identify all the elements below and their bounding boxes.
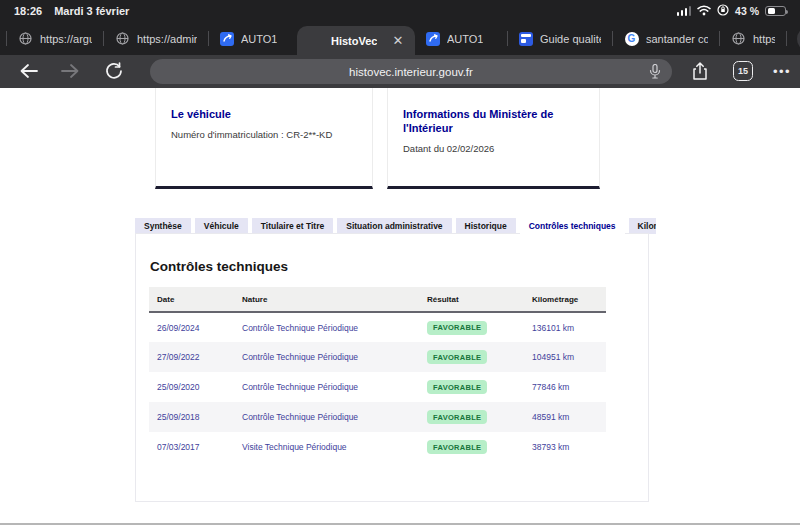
url-text: histovec.interieur.gouv.fr — [349, 66, 473, 78]
google-icon: G — [625, 32, 639, 46]
status-badge: FAVORABLE — [427, 410, 487, 424]
auto1-icon — [426, 32, 440, 46]
cell-date: 25/09/2020 — [149, 372, 234, 402]
cell-km: 38793 km — [524, 432, 606, 462]
cell-km: 48591 km — [524, 402, 606, 432]
table-header-row: Date Nature Résultat Kilométrage — [149, 287, 606, 312]
status-badge: FAVORABLE — [427, 440, 487, 454]
tab-title: https: — [753, 33, 775, 45]
controles-techniques-panel: Contrôles techniques Date Nature Résulta… — [135, 233, 649, 502]
table-row: 25/09/2020 Contrôle Technique Périodique… — [149, 372, 606, 402]
cell-date: 07/03/2017 — [149, 432, 234, 462]
browser-toolbar: histovec.interieur.gouv.fr 15 ••• — [0, 55, 800, 88]
tab-historique[interactable]: Historique — [456, 218, 516, 234]
tab-controles-techniques[interactable]: Contrôles techniques — [520, 218, 625, 234]
table-row: 07/03/2017 Visite Technique Périodique F… — [149, 432, 606, 462]
inspections-table: Date Nature Résultat Kilométrage 26/09/2… — [149, 287, 606, 462]
date-label: Mardi 3 février — [54, 5, 129, 17]
screen: 18:26 Mardi 3 février 43 % https://argu — [0, 0, 800, 525]
guide-icon — [519, 32, 533, 46]
tab-title: https://admin — [137, 33, 197, 45]
table-row: 26/09/2024 Contrôle Technique Périodique… — [149, 312, 606, 342]
ministry-card-title: Informations du Ministère de l'Intérieur — [403, 107, 584, 135]
reload-button[interactable] — [102, 59, 126, 83]
forward-button[interactable] — [58, 59, 82, 83]
browser-tab-auto1[interactable]: AUTO1 — [209, 22, 297, 55]
battery-icon — [765, 6, 786, 17]
auto1-icon — [220, 32, 234, 46]
cell-date: 26/09/2024 — [149, 312, 234, 342]
section-title: Contrôles techniques — [150, 259, 648, 274]
table-row: 27/09/2022 Contrôle Technique Périodique… — [149, 342, 606, 372]
tab-title: AUTO1 — [447, 33, 483, 45]
tab-synthese[interactable]: Synthèse — [135, 218, 191, 234]
vehicle-card-title: Le véhicule — [171, 107, 357, 121]
tab-title: Guide qualité — [540, 33, 601, 45]
cell-km: 136101 km — [524, 312, 606, 342]
browser-tab-guide-qualite[interactable]: Guide qualité — [508, 22, 612, 55]
cell-nature: Contrôle Technique Périodique — [234, 372, 419, 402]
address-bar[interactable]: histovec.interieur.gouv.fr — [150, 59, 672, 84]
cell-nature: Contrôle Technique Périodique — [234, 342, 419, 372]
status-badge: FAVORABLE — [427, 380, 487, 394]
globe-icon — [18, 31, 33, 46]
battery-percent-label: 43 % — [735, 5, 759, 17]
france-flag-icon — [309, 35, 324, 46]
globe-icon — [731, 31, 746, 46]
cell-km: 104951 km — [524, 342, 606, 372]
cell-nature: Visite Technique Périodique — [234, 432, 419, 462]
globe-icon — [115, 31, 130, 46]
tab-title: AUTO1 — [241, 33, 277, 45]
tab-titulaire-et-titre[interactable]: Titulaire et Titre — [252, 218, 333, 234]
tab-title: https://argu — [40, 33, 92, 45]
tab-divider — [786, 31, 787, 46]
rotation-lock-icon — [717, 2, 729, 20]
browser-tab-https[interactable]: https: — [720, 22, 786, 55]
browser-tab-santander[interactable]: G santander co — [613, 22, 719, 55]
browser-tab-admin[interactable]: https://admin — [104, 22, 208, 55]
cellular-signal-icon — [677, 6, 692, 16]
status-badge: FAVORABLE — [427, 321, 487, 335]
col-header-nature: Nature — [234, 287, 419, 312]
more-options-button[interactable]: ••• — [770, 59, 794, 83]
tab-kilometrage[interactable]: Kilométrage — [629, 218, 656, 234]
ministry-info-card: Informations du Ministère de l'Intérieur… — [387, 88, 600, 189]
microphone-icon[interactable] — [649, 64, 661, 81]
browser-tab-histovec-active[interactable]: HistoVec ✕ — [297, 26, 415, 55]
cell-date: 25/09/2018 — [149, 402, 234, 432]
share-button[interactable] — [688, 59, 712, 83]
tab-title: HistoVec — [331, 35, 377, 47]
clock: 18:26 — [14, 5, 42, 17]
tab-vehicule[interactable]: Véhicule — [195, 218, 248, 234]
web-content: Le véhicule Numéro d'immatriculation : C… — [0, 88, 800, 525]
browser-tab-argus[interactable]: https://argu — [7, 22, 103, 55]
tabs-overview-button[interactable]: 15 — [731, 59, 755, 83]
cell-nature: Contrôle Technique Périodique — [234, 312, 419, 342]
status-badge: FAVORABLE — [427, 350, 487, 364]
table-row: 25/09/2018 Contrôle Technique Périodique… — [149, 402, 606, 432]
back-button[interactable] — [16, 59, 40, 83]
tab-situation-administrative[interactable]: Situation administrative — [337, 218, 451, 234]
data-date: Datant du 02/02/2026 — [403, 143, 584, 154]
wifi-icon — [697, 2, 711, 20]
registration-number: Numéro d'immatriculation : CR-2**-KD — [171, 129, 357, 140]
cell-km: 77846 km — [524, 372, 606, 402]
cell-date: 27/09/2022 — [149, 342, 234, 372]
status-bar: 18:26 Mardi 3 février 43 % — [0, 0, 800, 22]
histovec-tabs: Synthèse Véhicule Titulaire et Titre Sit… — [135, 218, 656, 234]
col-header-date: Date — [149, 287, 234, 312]
col-header-resultat: Résultat — [419, 287, 524, 312]
browser-tab-auto1-2[interactable]: AUTO1 — [415, 22, 507, 55]
tab-title: santander co — [646, 33, 708, 45]
close-tab-icon[interactable]: ✕ — [392, 33, 403, 48]
cell-nature: Contrôle Technique Périodique — [234, 402, 419, 432]
vehicle-card: Le véhicule Numéro d'immatriculation : C… — [155, 88, 373, 189]
col-header-kilometrage: Kilométrage — [524, 287, 606, 312]
tab-count-label: 15 — [738, 66, 748, 76]
browser-tab-strip: https://argu https://admin AUTO1 HistoVe… — [0, 22, 800, 55]
